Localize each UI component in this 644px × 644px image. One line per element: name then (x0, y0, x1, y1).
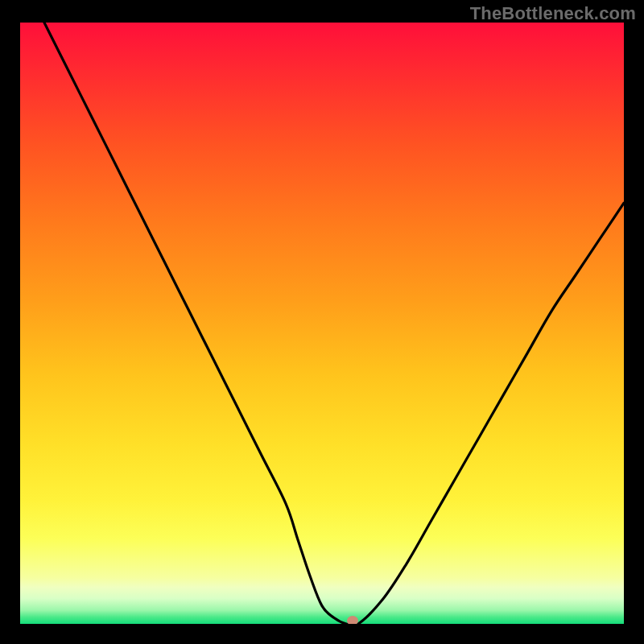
minimum-marker (347, 616, 358, 624)
bottleneck-curve (44, 23, 624, 624)
plot-area (20, 23, 624, 624)
chart-frame: TheBottleneck.com (0, 0, 644, 644)
curve-svg (20, 23, 624, 624)
watermark-text: TheBottleneck.com (470, 3, 636, 24)
